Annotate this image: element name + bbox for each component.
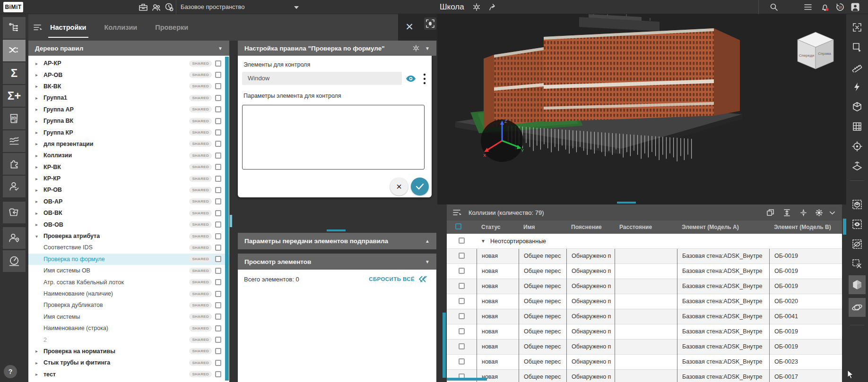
rule-checkbox[interactable]	[215, 95, 221, 101]
expand-icon[interactable]: ▸	[35, 164, 43, 170]
column-header[interactable]: Пояснение	[566, 221, 615, 234]
collision-row[interactable]: новаяОбщее пересОбнаружено пБазовая стен…	[447, 264, 842, 279]
rule-tree-item[interactable]: ▸КоллизииSHARED	[28, 150, 229, 161]
rule-checkbox[interactable]	[215, 210, 221, 216]
list-icon[interactable]	[803, 2, 813, 12]
rule-checkbox[interactable]	[215, 118, 221, 124]
eye-icon[interactable]	[405, 75, 417, 83]
rule-tree-item[interactable]: ▸Проверка на нормативыSHARED	[28, 346, 229, 357]
column-header[interactable]: Элемент (Модель B)	[769, 221, 842, 234]
rule-checkbox[interactable]	[215, 314, 221, 320]
confirm-button[interactable]	[411, 178, 429, 195]
group-checkbox[interactable]	[459, 238, 465, 244]
rule-checkbox[interactable]	[215, 268, 221, 274]
rule-tree-item[interactable]: ▸АР-ОВSHARED	[28, 69, 229, 80]
summary-icon[interactable]: Σ	[3, 62, 26, 84]
collapse-icon[interactable]: ▼	[481, 234, 486, 249]
rule-checkbox[interactable]	[215, 245, 221, 251]
rule-checkbox[interactable]	[215, 221, 221, 228]
expand-icon[interactable]: ▸	[35, 130, 43, 135]
expand-icon[interactable]: ▸	[35, 176, 43, 181]
row-height-icon[interactable]	[783, 209, 791, 217]
rule-checkbox[interactable]	[215, 198, 221, 204]
rule-checkbox[interactable]	[215, 348, 221, 354]
row-checkbox[interactable]	[459, 268, 465, 274]
hide-elements-icon[interactable]	[849, 236, 866, 253]
row-checkbox[interactable]	[459, 343, 465, 349]
rule-tree-item[interactable]: ▾Проверка атрибутаSHARED	[28, 230, 229, 242]
share-icon[interactable]	[488, 2, 498, 12]
expand-icon[interactable]: ▸	[35, 84, 43, 89]
clear-selection-icon[interactable]	[849, 255, 866, 272]
rule-checkbox[interactable]	[215, 337, 221, 343]
rule-gear-icon[interactable]	[412, 44, 420, 52]
row-checkbox[interactable]	[459, 358, 465, 365]
expand-icon[interactable]: ▸	[35, 348, 43, 354]
reset-all-link[interactable]: СБРОСИТЬ ВСЁ	[369, 276, 415, 282]
rule-checkbox[interactable]	[215, 279, 221, 285]
preview-elements-header[interactable]: Просмотр элементов ▼	[238, 254, 436, 270]
table-hscroll-thumb[interactable]	[447, 378, 487, 381]
rule-tree-item[interactable]: ▸Группа КРSHARED	[28, 127, 229, 138]
collision-row[interactable]: новаяОбщее пересОбнаружено пБазовая стен…	[447, 370, 842, 382]
settings-icon[interactable]	[815, 209, 823, 217]
viewcube-face-label[interactable]: Справа	[818, 51, 831, 56]
help-button[interactable]: ?	[4, 365, 17, 378]
settings-gear-icon[interactable]	[471, 2, 482, 12]
rule-tree-item[interactable]: Имя системыSHARED	[28, 311, 229, 323]
row-checkbox[interactable]	[459, 313, 465, 319]
rule-checkbox[interactable]	[215, 291, 221, 297]
rule-tree-item[interactable]: Соответствие IDSSHARED	[28, 242, 229, 253]
copy-icon[interactable]	[766, 209, 774, 217]
expand-icon[interactable]: ▸	[35, 187, 43, 193]
rules-scrollbar[interactable]	[225, 57, 229, 381]
building-model[interactable]: X Y Z Спереди Справа	[437, 14, 846, 204]
archive-icon[interactable]	[138, 2, 148, 12]
tab-collisions[interactable]: Коллизии	[104, 21, 139, 34]
collision-row[interactable]: новаяОбщее пересОбнаружено пБазовая стен…	[447, 340, 842, 355]
rule-tree-item[interactable]: ▸для презентацииSHARED	[28, 138, 229, 150]
team-icon[interactable]	[151, 2, 162, 12]
rule-tree-item[interactable]: ▸КР-ВКSHARED	[28, 161, 229, 173]
row-checkbox[interactable]	[459, 253, 465, 259]
rule-checkbox[interactable]	[215, 233, 221, 239]
table-vscroll-thumb[interactable]	[843, 219, 846, 235]
rule-checkbox[interactable]	[215, 60, 221, 67]
clash-detect-icon[interactable]	[849, 78, 866, 95]
section-plane-icon[interactable]	[849, 158, 866, 175]
fit-view-icon[interactable]	[849, 19, 866, 36]
grid-icon[interactable]	[849, 118, 866, 135]
rule-tree-item[interactable]: ▸тестSHARED	[28, 369, 229, 380]
rule-checkbox[interactable]	[215, 164, 221, 170]
expand-icon[interactable]: ▸	[35, 153, 43, 158]
column-header[interactable]: Статус	[477, 221, 519, 234]
collision-row[interactable]: новаяОбщее пересОбнаружено пБазовая стен…	[447, 309, 842, 324]
rule-tree-item[interactable]: Проверка дубликатовSHARED	[28, 299, 229, 311]
close-icon[interactable]: ✕	[404, 21, 415, 33]
expand-icon[interactable]: ▸	[35, 360, 43, 365]
expand-icon[interactable]: ▸	[35, 61, 43, 66]
folder-export-icon[interactable]	[3, 202, 26, 223]
transfer-params-header[interactable]: Параметры передачи элементов подправила …	[238, 233, 436, 249]
rule-tree-item[interactable]: Наименование (наличие)SHARED	[28, 288, 229, 299]
rule-checkbox[interactable]	[215, 129, 221, 136]
fit-columns-icon[interactable]	[799, 209, 807, 217]
column-header[interactable]: Имя	[519, 221, 566, 234]
expand-icon[interactable]: ▸	[35, 372, 43, 377]
elements-input[interactable]: Window	[242, 72, 402, 85]
isolate-selection-icon[interactable]	[849, 196, 866, 213]
rule-tree-item[interactable]: Наименование (строка)SHARED	[28, 323, 229, 334]
rule-tree-item[interactable]: ▸Группа ВКSHARED	[28, 115, 229, 127]
expand-icon[interactable]: ▸	[35, 72, 43, 77]
cancel-button[interactable]: ×	[390, 178, 408, 195]
panel-resize-handle[interactable]	[327, 229, 346, 231]
rules-tree-header[interactable]: Дерево правил ▼	[28, 41, 229, 56]
more-options-icon[interactable]	[423, 73, 426, 85]
rule-tree-item[interactable]: ▸КР-КРSHARED	[28, 173, 229, 184]
expand-icon[interactable]: ▸	[35, 107, 43, 112]
show-elements-icon[interactable]	[849, 216, 866, 233]
column-header[interactable]: Элемент (Модель А)	[677, 221, 769, 234]
tab-checks[interactable]: Проверки	[154, 21, 189, 34]
rule-tree-item[interactable]: ▸ВК-ВКSHARED	[28, 81, 229, 92]
rule-tree-item[interactable]: 2SHARED	[28, 334, 229, 345]
